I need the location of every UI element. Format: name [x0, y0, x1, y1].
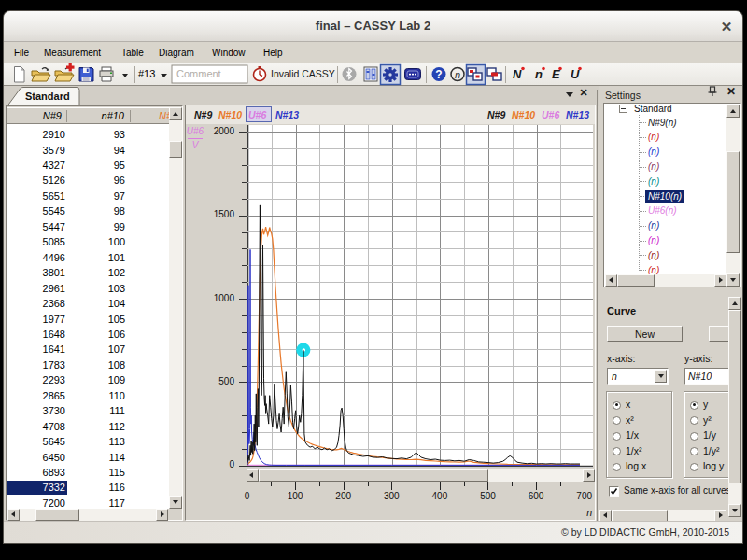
svg-text:n: n: [535, 67, 543, 81]
svg-text:N: N: [513, 67, 522, 81]
svg-text:n: n: [455, 69, 460, 80]
svg-text:Invalid CASSY: Invalid CASSY: [271, 68, 335, 79]
svg-text:#13: #13: [138, 68, 155, 79]
svg-text:Comment: Comment: [176, 68, 221, 79]
svg-text:?: ?: [435, 68, 442, 81]
